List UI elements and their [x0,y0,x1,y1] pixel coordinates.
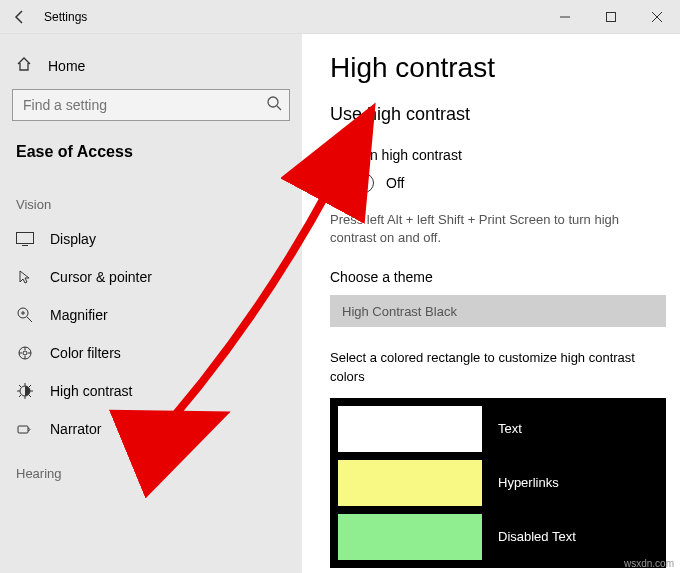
minimize-icon [560,12,570,22]
colorfilters-icon [16,345,34,361]
theme-select[interactable]: High Contrast Black [330,295,666,327]
svg-rect-1 [607,12,616,21]
swatch-row-hyperlinks: Hyperlinks [334,456,662,510]
toggle-knob [334,177,346,189]
nav-label: Cursor & pointer [50,269,152,285]
nav-label: High contrast [50,383,132,399]
toggle-label: Turn on high contrast [330,147,670,163]
svg-line-9 [27,317,32,322]
narrator-icon [16,421,34,437]
back-button[interactable] [0,0,40,34]
magnifier-icon [16,307,34,323]
high-contrast-toggle[interactable] [330,173,374,193]
nav-label: Magnifier [50,307,108,323]
sidebar: Home Ease of Access Vision Display Curso… [0,34,302,573]
search-wrap [12,89,290,121]
sidebar-item-highcontrast[interactable]: High contrast [0,372,302,410]
search-input[interactable] [12,89,290,121]
swatch-row-text: Text [334,402,662,456]
nav-label: Narrator [50,421,101,437]
nav-label: Display [50,231,96,247]
window-controls [542,0,680,34]
sidebar-item-home[interactable]: Home [0,48,302,89]
sidebar-item-narrator[interactable]: Narrator [0,410,302,448]
toggle-state: Off [386,175,404,191]
swatch-hyperlinks[interactable] [338,460,482,506]
sub-title: Use high contrast [330,104,670,125]
swatch-text[interactable] [338,406,482,452]
swatch-disabled[interactable] [338,514,482,560]
shortcut-hint: Press left Alt + left Shift + Print Scre… [330,211,650,247]
search-icon [266,95,282,115]
svg-rect-27 [18,426,28,433]
maximize-icon [606,12,616,22]
display-icon [16,232,34,246]
nav-label: Color filters [50,345,121,361]
cursor-icon [16,269,34,285]
home-label: Home [48,58,85,74]
swatch-row-disabled: Disabled Text [334,510,662,564]
highcontrast-icon [16,383,34,399]
svg-line-24 [29,395,31,397]
content: High contrast Use high contrast Turn on … [302,34,680,573]
page-title: High contrast [330,52,670,84]
swatch-grid: Text Hyperlinks Disabled Text [330,398,666,568]
close-button[interactable] [634,0,680,34]
swatch-label: Disabled Text [498,529,576,544]
window-title: Settings [44,10,87,24]
sidebar-item-colorfilters[interactable]: Color filters [0,334,302,372]
svg-line-26 [19,395,21,397]
swatch-label: Hyperlinks [498,475,559,490]
customize-label: Select a colored rectangle to customize … [330,349,660,385]
maximize-button[interactable] [588,0,634,34]
svg-line-23 [19,385,21,387]
sidebar-item-cursor[interactable]: Cursor & pointer [0,258,302,296]
arrow-left-icon [12,9,28,25]
watermark: wsxdn.com [624,558,674,569]
home-icon [16,56,32,75]
svg-rect-6 [17,233,34,244]
group-label-vision: Vision [0,179,302,220]
theme-label: Choose a theme [330,269,670,285]
theme-value: High Contrast Black [342,304,457,319]
minimize-button[interactable] [542,0,588,34]
svg-point-13 [23,351,27,355]
svg-line-25 [29,385,31,387]
section-title: Ease of Access [0,139,302,179]
sidebar-item-display[interactable]: Display [0,220,302,258]
svg-line-5 [277,106,281,110]
close-icon [652,12,662,22]
swatch-label: Text [498,421,522,436]
svg-point-4 [268,97,278,107]
group-label-hearing: Hearing [0,448,302,489]
titlebar: Settings [0,0,680,34]
sidebar-item-magnifier[interactable]: Magnifier [0,296,302,334]
